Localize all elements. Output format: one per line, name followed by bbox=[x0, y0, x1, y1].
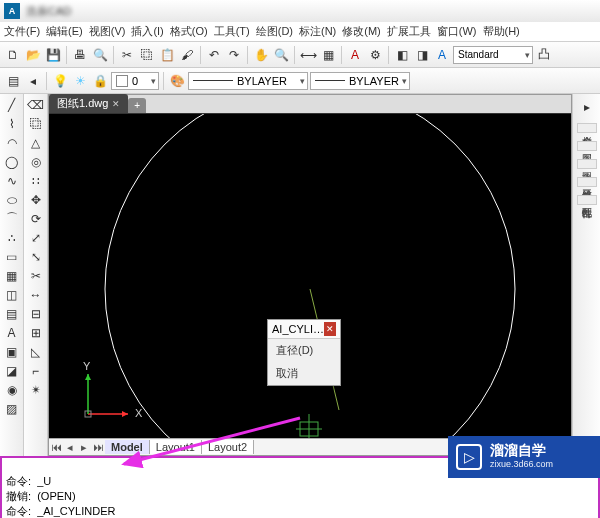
title-bar: A 浩辰CAD bbox=[0, 0, 600, 22]
circle-icon[interactable]: ◯ bbox=[3, 153, 21, 170]
point-icon[interactable]: ∴ bbox=[3, 229, 21, 246]
menu-insert[interactable]: 插入(I) bbox=[131, 24, 163, 39]
menu-tools[interactable]: 工具(T) bbox=[214, 24, 250, 39]
print-icon[interactable]: 🖶 bbox=[71, 46, 89, 64]
layout-tab-2[interactable]: Layout2 bbox=[202, 440, 254, 454]
properties-toolbar: ▤ ◂ 💡 ☀ 🔒 0 🎨 BYLAYER BYLAYER bbox=[0, 68, 600, 94]
match-icon[interactable]: 🖌 bbox=[178, 46, 196, 64]
block-icon[interactable]: ▣ bbox=[3, 343, 21, 360]
copy2-icon[interactable]: ⿻ bbox=[27, 115, 45, 132]
layer-lock-icon[interactable]: 🔒 bbox=[91, 72, 109, 90]
palette-layer[interactable]: 图层 bbox=[577, 141, 597, 151]
offset-icon[interactable]: ◎ bbox=[27, 153, 45, 170]
dim-icon[interactable]: ⟷ bbox=[299, 46, 317, 64]
line-icon[interactable]: ╱ bbox=[3, 96, 21, 113]
context-close-icon[interactable]: ✕ bbox=[324, 322, 336, 336]
layer-manager-icon[interactable]: ▤ bbox=[4, 72, 22, 90]
menu-edit[interactable]: 编辑(E) bbox=[46, 24, 83, 39]
pan-icon[interactable]: ✋ bbox=[252, 46, 270, 64]
cmd-line-1: 命令: _U bbox=[6, 475, 51, 487]
layer-freeze-icon[interactable]: ☀ bbox=[71, 72, 89, 90]
lineweight-combo[interactable]: BYLAYER bbox=[310, 72, 410, 90]
array-icon[interactable]: ∷ bbox=[27, 172, 45, 189]
extra1-icon[interactable]: ◧ bbox=[393, 46, 411, 64]
layout-nav-last[interactable]: ⏭ bbox=[91, 441, 105, 453]
layout-nav-prev[interactable]: ◂ bbox=[63, 441, 77, 454]
text-style2-icon[interactable]: A bbox=[433, 46, 451, 64]
extend-icon[interactable]: ↔ bbox=[27, 286, 45, 303]
menu-modify[interactable]: 修改(M) bbox=[342, 24, 381, 39]
palette-toggle-icon[interactable]: ▸ bbox=[578, 98, 596, 115]
layout-tab-1[interactable]: Layout1 bbox=[150, 440, 202, 454]
hatch-icon[interactable]: ▦ bbox=[3, 267, 21, 284]
polyline-icon[interactable]: ⌇ bbox=[3, 115, 21, 132]
insert-icon[interactable]: ◪ bbox=[3, 362, 21, 379]
new-icon[interactable]: 🗋 bbox=[4, 46, 22, 64]
context-item-diameter[interactable]: 直径(D) bbox=[268, 339, 340, 362]
menu-format[interactable]: 格式(O) bbox=[170, 24, 208, 39]
break-icon[interactable]: ⊟ bbox=[27, 305, 45, 322]
mtext-icon[interactable]: 凸 bbox=[535, 46, 553, 64]
file-tab[interactable]: 图纸1.dwg ✕ bbox=[49, 94, 128, 113]
layer-prev-icon[interactable]: ◂ bbox=[24, 72, 42, 90]
menu-dimension[interactable]: 标注(N) bbox=[299, 24, 336, 39]
table-icon[interactable]: ▦ bbox=[319, 46, 337, 64]
palette-match[interactable]: 特性匹配 bbox=[577, 195, 597, 205]
region-icon[interactable]: ◫ bbox=[3, 286, 21, 303]
wipe-icon[interactable]: ▨ bbox=[3, 400, 21, 417]
menu-window[interactable]: 窗口(W) bbox=[437, 24, 477, 39]
model-canvas[interactable]: X Y AI_CYLI… ✕ 直径(D) 取消 bbox=[49, 114, 571, 438]
stretch-icon[interactable]: ⤡ bbox=[27, 248, 45, 265]
menu-extend[interactable]: 扩展工具 bbox=[387, 24, 431, 39]
arc-icon[interactable]: ◠ bbox=[3, 134, 21, 151]
text-style-icon[interactable]: A bbox=[346, 46, 364, 64]
watermark-badge: ▷ 溜溜自学 zixue.3d66.com bbox=[448, 436, 600, 478]
table2-icon[interactable]: ▤ bbox=[3, 305, 21, 322]
menu-help[interactable]: 帮助(H) bbox=[483, 24, 520, 39]
layout-nav-next[interactable]: ▸ bbox=[77, 441, 91, 454]
donut-icon[interactable]: ◉ bbox=[3, 381, 21, 398]
palette-3dnav[interactable]: 三维导航 bbox=[577, 177, 597, 187]
layout-nav-first[interactable]: ⏮ bbox=[49, 441, 63, 453]
menu-draw[interactable]: 绘图(D) bbox=[256, 24, 293, 39]
palette-block[interactable]: 图块 bbox=[577, 159, 597, 169]
palette-cmd[interactable]: 命令栏 bbox=[577, 123, 597, 133]
erase-icon[interactable]: ⌫ bbox=[27, 96, 45, 113]
save-icon[interactable]: 💾 bbox=[44, 46, 62, 64]
rotate-icon[interactable]: ⟳ bbox=[27, 210, 45, 227]
spline-icon[interactable]: ∿ bbox=[3, 172, 21, 189]
preview-icon[interactable]: 🔍 bbox=[91, 46, 109, 64]
open-icon[interactable]: 📂 bbox=[24, 46, 42, 64]
context-item-cancel[interactable]: 取消 bbox=[268, 362, 340, 385]
mtext2-icon[interactable]: A bbox=[3, 324, 21, 341]
close-tab-icon[interactable]: ✕ bbox=[112, 99, 120, 109]
text-style-combo[interactable]: Standard bbox=[453, 46, 533, 64]
move-icon[interactable]: ✥ bbox=[27, 191, 45, 208]
cut-icon[interactable]: ✂ bbox=[118, 46, 136, 64]
redo-icon[interactable]: ↷ bbox=[225, 46, 243, 64]
explode-icon[interactable]: ✴ bbox=[27, 381, 45, 398]
paste-icon[interactable]: 📋 bbox=[158, 46, 176, 64]
zoom-icon[interactable]: 🔍 bbox=[272, 46, 290, 64]
trim-icon[interactable]: ✂ bbox=[27, 267, 45, 284]
scale-icon[interactable]: ⤢ bbox=[27, 229, 45, 246]
layer-combo[interactable]: 0 bbox=[111, 72, 159, 90]
rectangle-icon[interactable]: ▭ bbox=[3, 248, 21, 265]
undo-icon[interactable]: ↶ bbox=[205, 46, 223, 64]
ellipse-icon[interactable]: ⬭ bbox=[3, 191, 21, 208]
ellipse-arc-icon[interactable]: ⌒ bbox=[3, 210, 21, 227]
join-icon[interactable]: ⊞ bbox=[27, 324, 45, 341]
layout-tab-model[interactable]: Model bbox=[105, 440, 150, 454]
linetype-combo[interactable]: BYLAYER bbox=[188, 72, 308, 90]
fillet-icon[interactable]: ⌐ bbox=[27, 362, 45, 379]
extra2-icon[interactable]: ◨ bbox=[413, 46, 431, 64]
menu-file[interactable]: 文件(F) bbox=[4, 24, 40, 39]
settings-icon[interactable]: ⚙ bbox=[366, 46, 384, 64]
layer-bulb-icon[interactable]: 💡 bbox=[51, 72, 69, 90]
color-icon[interactable]: 🎨 bbox=[168, 72, 186, 90]
new-tab-button[interactable]: + bbox=[128, 98, 146, 113]
mirror-icon[interactable]: △ bbox=[27, 134, 45, 151]
chamfer-icon[interactable]: ◺ bbox=[27, 343, 45, 360]
menu-view[interactable]: 视图(V) bbox=[89, 24, 126, 39]
copy-icon[interactable]: ⿻ bbox=[138, 46, 156, 64]
